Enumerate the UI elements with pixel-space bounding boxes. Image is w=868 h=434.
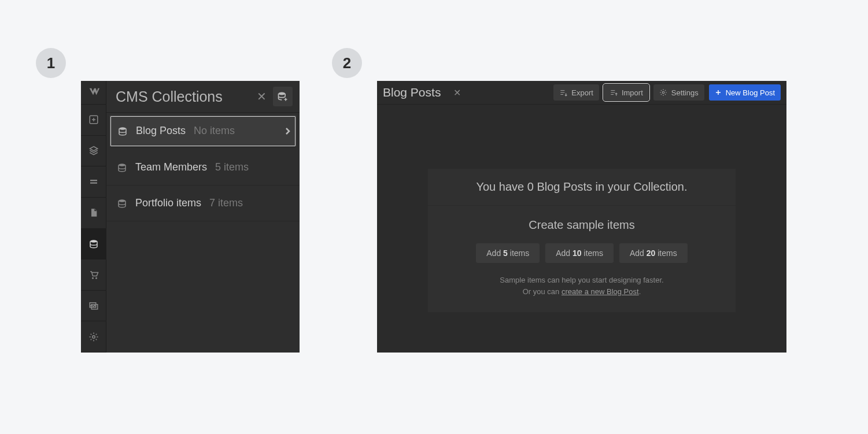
add-5-items-button[interactable]: Add 5 items <box>476 243 540 263</box>
collection-name: Team Members <box>135 161 207 173</box>
svg-point-2 <box>92 277 94 279</box>
database-icon <box>117 198 127 209</box>
collection-name: Portfolio items <box>135 197 201 209</box>
add-10-items-button[interactable]: Add 10 items <box>545 243 614 263</box>
chevron-right-icon <box>285 127 291 135</box>
step-badge-2: 2 <box>332 48 362 78</box>
collections-header: CMS Collections ✕ <box>106 81 300 113</box>
create-new-post-link[interactable]: create a new Blog Post <box>562 287 639 296</box>
collections-list: CMS Collections ✕ Blog Posts No items Te… <box>106 81 300 353</box>
database-icon <box>117 126 128 136</box>
add-collection-button[interactable] <box>273 87 293 106</box>
collection-detail-panel: Blog Posts ✕ Export Import Settings New … <box>377 81 786 353</box>
empty-headline: You have 0 Blog Posts in your Collection… <box>428 169 736 206</box>
rail-pages[interactable] <box>81 166 106 198</box>
rail-file[interactable] <box>81 198 106 229</box>
rail-cms[interactable] <box>81 229 106 260</box>
export-button[interactable]: Export <box>553 84 599 101</box>
close-icon[interactable]: ✕ <box>449 84 465 101</box>
collection-row-portfolio[interactable]: Portfolio items 7 items <box>106 186 300 221</box>
close-icon[interactable]: ✕ <box>253 88 269 105</box>
rail-assets[interactable] <box>81 291 106 322</box>
webflow-logo[interactable] <box>81 81 106 105</box>
import-button[interactable]: Import <box>604 84 649 101</box>
svg-point-6 <box>92 335 95 338</box>
svg-point-7 <box>279 92 286 95</box>
svg-point-11 <box>662 91 664 94</box>
rail-ecommerce[interactable] <box>81 259 106 291</box>
new-blog-post-button[interactable]: New Blog Post <box>709 84 781 101</box>
empty-subtitle: Create sample items <box>441 218 723 232</box>
collection-row-blog-posts[interactable]: Blog Posts No items <box>109 115 297 147</box>
rail-settings[interactable] <box>81 321 106 353</box>
collection-count: No items <box>194 125 235 137</box>
svg-point-9 <box>119 164 125 166</box>
empty-hint: Sample items can help you start designin… <box>441 275 723 297</box>
settings-button[interactable]: Settings <box>653 84 704 101</box>
detail-header: Blog Posts ✕ Export Import Settings New … <box>377 81 786 105</box>
collections-title: CMS Collections <box>116 88 253 105</box>
collection-count: 7 items <box>209 197 243 209</box>
collection-name: Blog Posts <box>136 125 186 137</box>
collection-count: 5 items <box>215 161 249 173</box>
step-badge-1: 1 <box>36 48 66 78</box>
add-20-items-button[interactable]: Add 20 items <box>619 243 688 263</box>
left-rail <box>81 81 106 353</box>
svg-point-1 <box>90 240 97 243</box>
database-icon <box>117 162 127 173</box>
cms-collections-panel: CMS Collections ✕ Blog Posts No items Te… <box>81 81 300 353</box>
empty-state-card: You have 0 Blog Posts in your Collection… <box>428 169 736 312</box>
settings-label: Settings <box>671 88 699 97</box>
collection-row-team-members[interactable]: Team Members 5 items <box>106 150 300 186</box>
import-label: Import <box>622 88 643 97</box>
export-label: Export <box>571 88 593 97</box>
svg-point-3 <box>95 277 97 279</box>
svg-point-10 <box>119 199 125 202</box>
new-item-label: New Blog Post <box>726 88 775 97</box>
detail-title: Blog Posts <box>383 86 441 99</box>
svg-point-8 <box>119 127 126 130</box>
rail-add[interactable] <box>81 105 106 136</box>
rail-navigator[interactable] <box>81 136 106 167</box>
